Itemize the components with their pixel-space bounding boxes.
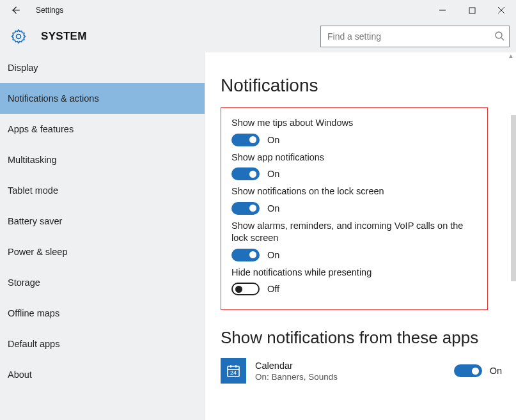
sidebar-item-battery-saver[interactable]: Battery saver — [0, 206, 205, 237]
toggle-state-text: Off — [267, 284, 279, 294]
sidebar-item-display[interactable]: Display — [0, 52, 205, 83]
toggle-row: On — [231, 202, 477, 215]
sidebar-item-label: Tablet mode — [8, 185, 58, 196]
search-wrap — [320, 26, 510, 47]
sidebar-item-apps-features[interactable]: Apps & features — [0, 114, 205, 144]
gear-icon — [10, 28, 27, 45]
sidebar-item-label: Storage — [8, 277, 40, 288]
toggle-knob — [249, 205, 256, 212]
maximize-icon — [469, 7, 476, 14]
page-category: SYSTEM — [41, 30, 87, 43]
app-row[interactable]: 24CalendarOn: Banners, SoundsOn — [221, 358, 502, 384]
sidebar-item-label: About — [8, 369, 32, 380]
sidebar-item-label: Multitasking — [8, 155, 57, 165]
toggle-switch[interactable] — [231, 283, 260, 295]
svg-point-5 — [496, 32, 502, 38]
sidebar-item-label: Battery saver — [8, 216, 62, 226]
sidebar-item-multitasking[interactable]: Multitasking — [0, 144, 205, 175]
back-button[interactable] — [0, 0, 31, 20]
svg-rect-1 — [469, 8, 475, 13]
toggle-row: Off — [231, 283, 477, 295]
sidebar-item-tablet-mode[interactable]: Tablet mode — [0, 175, 205, 206]
apps-section-title: Show notifications from these apps — [221, 328, 516, 348]
toggle-state-text: On — [267, 169, 279, 179]
close-icon — [497, 6, 505, 14]
toggle-knob — [249, 171, 256, 178]
minimize-button[interactable] — [428, 0, 457, 20]
content-area: ▲ Notifications Show me tips about Windo… — [205, 52, 516, 420]
sidebar-item-label: Apps & features — [8, 124, 74, 134]
toggle-state-text: On — [267, 203, 279, 214]
minimize-icon — [439, 6, 446, 14]
toggle-switch[interactable] — [231, 167, 260, 180]
toggle-state-text: On — [267, 250, 279, 260]
toggle-switch[interactable] — [231, 249, 260, 261]
setting-label: Show me tips about Windows — [231, 117, 477, 130]
sidebar-item-about[interactable]: About — [0, 359, 205, 390]
sidebar-item-label: Notifications & actions — [8, 93, 99, 104]
maximize-button[interactable] — [457, 0, 487, 20]
search-input[interactable] — [320, 26, 510, 47]
sidebar-item-default-apps[interactable]: Default apps — [0, 329, 205, 359]
svg-point-4 — [17, 35, 21, 39]
toggle-state-text: On — [267, 135, 279, 145]
window-title: Settings — [36, 6, 63, 15]
setting-label: Show notifications on the lock screen — [231, 185, 477, 198]
svg-line-6 — [501, 38, 504, 40]
titlebar: Settings — [0, 0, 516, 20]
scroll-up-button[interactable]: ▲ — [506, 52, 515, 61]
toggle-switch[interactable] — [231, 134, 260, 146]
app-toggle-switch[interactable] — [454, 364, 482, 377]
svg-text:24: 24 — [230, 369, 237, 376]
setting-label: Hide notifications while presenting — [231, 267, 477, 279]
sidebar-item-offline-maps[interactable]: Offline maps — [0, 298, 205, 329]
window-controls — [428, 0, 516, 20]
sidebar-item-label: Display — [8, 63, 38, 73]
app-texts: CalendarOn: Banners, Sounds — [255, 361, 454, 382]
app-name: Calendar — [255, 361, 454, 371]
sidebar-item-label: Power & sleep — [8, 247, 68, 257]
toggle-knob — [235, 286, 242, 293]
sidebar-item-label: Offline maps — [8, 308, 59, 318]
section-title: Notifications — [221, 75, 516, 96]
sidebar-item-storage[interactable]: Storage — [0, 267, 205, 298]
sidebar-item-notifications-actions[interactable]: Notifications & actions — [0, 83, 205, 114]
sidebar: DisplayNotifications & actionsApps & fea… — [0, 52, 205, 420]
app-toggle-wrap: On — [454, 364, 502, 377]
app-detail: On: Banners, Sounds — [255, 372, 454, 382]
toggle-row: On — [231, 249, 477, 261]
toggle-knob — [249, 136, 256, 143]
highlighted-settings-box: Show me tips about WindowsOnShow app not… — [221, 107, 488, 310]
header: SYSTEM — [0, 20, 516, 52]
back-arrow-icon — [10, 4, 21, 16]
close-button[interactable] — [487, 0, 516, 20]
app-toggle-state: On — [490, 366, 502, 376]
setting-label: Show app notifications — [231, 152, 477, 164]
toggle-row: On — [231, 167, 477, 180]
toggle-knob — [472, 368, 479, 375]
toggle-switch[interactable] — [231, 202, 260, 215]
search-icon — [494, 31, 504, 41]
setting-label: Show alarms, reminders, and incoming VoI… — [231, 220, 477, 245]
calendar-icon: 24 — [221, 358, 246, 384]
toggle-knob — [249, 251, 256, 258]
toggle-row: On — [231, 134, 477, 146]
scrollbar-thumb[interactable] — [511, 115, 516, 281]
sidebar-item-power-sleep[interactable]: Power & sleep — [0, 237, 205, 267]
sidebar-item-label: Default apps — [8, 339, 59, 349]
